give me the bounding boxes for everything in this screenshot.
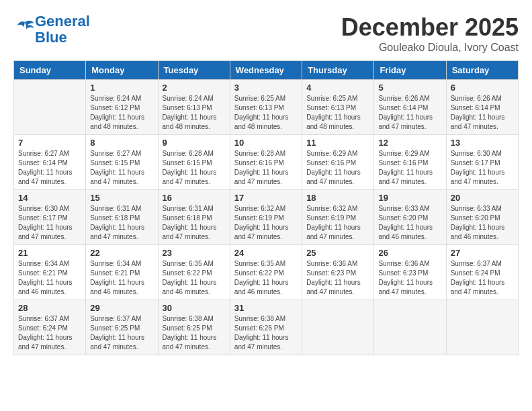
- weekday-header-tuesday: Tuesday: [158, 61, 230, 80]
- calendar-cell: 22Sunrise: 6:34 AM Sunset: 6:21 PM Dayli…: [86, 245, 158, 300]
- day-number: 28: [18, 303, 81, 313]
- weekday-header-friday: Friday: [374, 61, 446, 80]
- day-info: Sunrise: 6:32 AM Sunset: 6:19 PM Dayligh…: [234, 204, 298, 242]
- calendar-cell: 8Sunrise: 6:27 AM Sunset: 6:15 PM Daylig…: [86, 135, 158, 190]
- day-number: 27: [451, 248, 514, 258]
- week-row-2: 7Sunrise: 6:27 AM Sunset: 6:14 PM Daylig…: [14, 135, 519, 190]
- day-info: Sunrise: 6:32 AM Sunset: 6:19 PM Dayligh…: [306, 204, 369, 242]
- day-info: Sunrise: 6:33 AM Sunset: 6:20 PM Dayligh…: [451, 204, 514, 242]
- weekday-header-wednesday: Wednesday: [230, 61, 302, 80]
- day-number: 14: [18, 193, 81, 203]
- calendar-cell: [302, 300, 374, 355]
- day-number: 15: [90, 193, 153, 203]
- day-info: Sunrise: 6:29 AM Sunset: 6:16 PM Dayligh…: [306, 149, 369, 187]
- day-info: Sunrise: 6:26 AM Sunset: 6:14 PM Dayligh…: [378, 94, 441, 132]
- day-info: Sunrise: 6:37 AM Sunset: 6:24 PM Dayligh…: [451, 259, 514, 297]
- day-info: Sunrise: 6:24 AM Sunset: 6:13 PM Dayligh…: [163, 94, 226, 132]
- day-info: Sunrise: 6:24 AM Sunset: 6:12 PM Dayligh…: [90, 94, 153, 132]
- weekday-header-row: SundayMondayTuesdayWednesdayThursdayFrid…: [14, 61, 519, 80]
- day-info: Sunrise: 6:26 AM Sunset: 6:14 PM Dayligh…: [451, 94, 514, 132]
- calendar-cell: 4Sunrise: 6:25 AM Sunset: 6:13 PM Daylig…: [302, 80, 374, 135]
- calendar-cell: 13Sunrise: 6:30 AM Sunset: 6:17 PM Dayli…: [446, 135, 518, 190]
- day-number: 30: [163, 303, 226, 313]
- day-info: Sunrise: 6:38 AM Sunset: 6:26 PM Dayligh…: [234, 314, 298, 352]
- calendar-cell: 16Sunrise: 6:31 AM Sunset: 6:18 PM Dayli…: [158, 190, 230, 245]
- day-info: Sunrise: 6:25 AM Sunset: 6:13 PM Dayligh…: [234, 94, 298, 132]
- week-row-5: 28Sunrise: 6:37 AM Sunset: 6:24 PM Dayli…: [14, 300, 519, 355]
- weekday-header-saturday: Saturday: [446, 61, 518, 80]
- day-number: 3: [234, 83, 298, 93]
- day-number: 31: [234, 303, 298, 313]
- day-number: 29: [90, 303, 153, 313]
- calendar-cell: 2Sunrise: 6:24 AM Sunset: 6:13 PM Daylig…: [158, 80, 230, 135]
- calendar-cell: 20Sunrise: 6:33 AM Sunset: 6:20 PM Dayli…: [446, 190, 518, 245]
- day-number: 16: [163, 193, 226, 203]
- calendar-cell: 11Sunrise: 6:29 AM Sunset: 6:16 PM Dayli…: [302, 135, 374, 190]
- day-number: 2: [163, 83, 226, 93]
- calendar-cell: 15Sunrise: 6:31 AM Sunset: 6:18 PM Dayli…: [86, 190, 158, 245]
- day-info: Sunrise: 6:25 AM Sunset: 6:13 PM Dayligh…: [306, 94, 369, 132]
- week-row-3: 14Sunrise: 6:30 AM Sunset: 6:17 PM Dayli…: [14, 190, 519, 245]
- calendar-cell: 3Sunrise: 6:25 AM Sunset: 6:13 PM Daylig…: [230, 80, 302, 135]
- calendar-cell: 12Sunrise: 6:29 AM Sunset: 6:16 PM Dayli…: [374, 135, 446, 190]
- day-number: 21: [18, 248, 81, 258]
- calendar-cell: 26Sunrise: 6:36 AM Sunset: 6:23 PM Dayli…: [374, 245, 446, 300]
- calendar-cell: 1Sunrise: 6:24 AM Sunset: 6:12 PM Daylig…: [86, 80, 158, 135]
- calendar-cell: 5Sunrise: 6:26 AM Sunset: 6:14 PM Daylig…: [374, 80, 446, 135]
- day-number: 23: [163, 248, 226, 258]
- day-number: 26: [378, 248, 441, 258]
- calendar-cell: 27Sunrise: 6:37 AM Sunset: 6:24 PM Dayli…: [446, 245, 518, 300]
- week-row-4: 21Sunrise: 6:34 AM Sunset: 6:21 PM Dayli…: [14, 245, 519, 300]
- calendar-cell: [446, 300, 518, 355]
- calendar-cell: 18Sunrise: 6:32 AM Sunset: 6:19 PM Dayli…: [302, 190, 374, 245]
- day-number: 12: [378, 138, 441, 148]
- day-info: Sunrise: 6:30 AM Sunset: 6:17 PM Dayligh…: [18, 204, 81, 242]
- logo-text-blue: Blue: [35, 29, 67, 46]
- page-header: General Blue December 2025 Gouleako Diou…: [13, 13, 519, 54]
- logo-text-general: General: [35, 13, 90, 30]
- calendar-cell: 30Sunrise: 6:38 AM Sunset: 6:25 PM Dayli…: [158, 300, 230, 355]
- day-number: 24: [234, 248, 298, 258]
- day-number: 8: [90, 138, 153, 148]
- location-subtitle: Gouleako Dioula, Ivory Coast: [341, 42, 519, 54]
- logo-icon: [15, 18, 35, 38]
- day-number: 10: [234, 138, 298, 148]
- day-info: Sunrise: 6:31 AM Sunset: 6:18 PM Dayligh…: [90, 204, 153, 242]
- calendar-cell: 23Sunrise: 6:35 AM Sunset: 6:22 PM Dayli…: [158, 245, 230, 300]
- calendar-cell: 29Sunrise: 6:37 AM Sunset: 6:25 PM Dayli…: [86, 300, 158, 355]
- day-info: Sunrise: 6:29 AM Sunset: 6:16 PM Dayligh…: [378, 149, 441, 187]
- day-info: Sunrise: 6:31 AM Sunset: 6:18 PM Dayligh…: [163, 204, 226, 242]
- calendar-cell: 25Sunrise: 6:36 AM Sunset: 6:23 PM Dayli…: [302, 245, 374, 300]
- month-title: December 2025: [341, 13, 519, 42]
- day-info: Sunrise: 6:36 AM Sunset: 6:23 PM Dayligh…: [378, 259, 441, 297]
- day-info: Sunrise: 6:28 AM Sunset: 6:15 PM Dayligh…: [163, 149, 226, 187]
- day-number: 6: [451, 83, 514, 93]
- calendar-cell: 21Sunrise: 6:34 AM Sunset: 6:21 PM Dayli…: [14, 245, 86, 300]
- calendar-cell: 6Sunrise: 6:26 AM Sunset: 6:14 PM Daylig…: [446, 80, 518, 135]
- calendar-cell: 9Sunrise: 6:28 AM Sunset: 6:15 PM Daylig…: [158, 135, 230, 190]
- logo: General Blue: [13, 13, 90, 46]
- day-number: 4: [306, 83, 369, 93]
- weekday-header-thursday: Thursday: [302, 61, 374, 80]
- week-row-1: 1Sunrise: 6:24 AM Sunset: 6:12 PM Daylig…: [14, 80, 519, 135]
- day-info: Sunrise: 6:36 AM Sunset: 6:23 PM Dayligh…: [306, 259, 369, 297]
- day-number: 17: [234, 193, 298, 203]
- calendar-cell: 10Sunrise: 6:28 AM Sunset: 6:16 PM Dayli…: [230, 135, 302, 190]
- day-info: Sunrise: 6:35 AM Sunset: 6:22 PM Dayligh…: [234, 259, 298, 297]
- weekday-header-monday: Monday: [86, 61, 158, 80]
- day-info: Sunrise: 6:34 AM Sunset: 6:21 PM Dayligh…: [90, 259, 153, 297]
- day-info: Sunrise: 6:35 AM Sunset: 6:22 PM Dayligh…: [163, 259, 226, 297]
- calendar-cell: 7Sunrise: 6:27 AM Sunset: 6:14 PM Daylig…: [14, 135, 86, 190]
- day-number: 13: [451, 138, 514, 148]
- day-info: Sunrise: 6:27 AM Sunset: 6:14 PM Dayligh…: [18, 149, 81, 187]
- calendar-table: SundayMondayTuesdayWednesdayThursdayFrid…: [13, 60, 519, 355]
- day-number: 1: [90, 83, 153, 93]
- day-info: Sunrise: 6:28 AM Sunset: 6:16 PM Dayligh…: [234, 149, 298, 187]
- day-info: Sunrise: 6:33 AM Sunset: 6:20 PM Dayligh…: [378, 204, 441, 242]
- calendar-cell: [14, 80, 86, 135]
- weekday-header-sunday: Sunday: [14, 61, 86, 80]
- day-info: Sunrise: 6:37 AM Sunset: 6:25 PM Dayligh…: [90, 314, 153, 352]
- day-info: Sunrise: 6:34 AM Sunset: 6:21 PM Dayligh…: [18, 259, 81, 297]
- day-number: 20: [451, 193, 514, 203]
- calendar-cell: 17Sunrise: 6:32 AM Sunset: 6:19 PM Dayli…: [230, 190, 302, 245]
